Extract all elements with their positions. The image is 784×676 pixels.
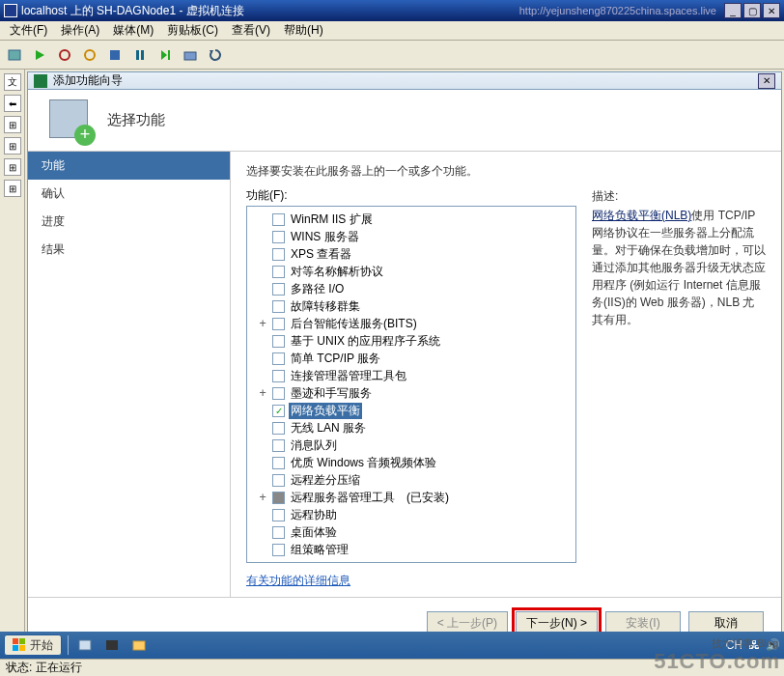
feature-checkbox[interactable] <box>272 300 285 313</box>
feature-label: 后台智能传送服务(BITS) <box>289 316 419 332</box>
feature-item[interactable]: 多路径 I/O <box>249 280 574 297</box>
nav-results[interactable]: 结果 <box>28 236 230 264</box>
strip-expand-icon[interactable]: ⊞ <box>4 137 21 155</box>
nav-confirm[interactable]: 确认 <box>28 180 230 208</box>
save-icon[interactable] <box>104 44 126 66</box>
feature-label: 墨迹和手写服务 <box>289 385 374 402</box>
vm-icon <box>4 4 17 17</box>
feature-item[interactable]: 消息队列 <box>249 437 574 454</box>
feature-item[interactable]: 远程协助 <box>249 506 574 523</box>
feature-checkbox[interactable] <box>272 439 285 452</box>
feature-checkbox[interactable] <box>272 248 285 261</box>
feature-item[interactable]: WinRM IIS 扩展 <box>249 211 574 228</box>
feature-checkbox[interactable] <box>272 509 285 521</box>
details-link[interactable]: 有关功能的详细信息 <box>246 574 350 587</box>
ctrl-alt-del-icon[interactable] <box>4 44 25 66</box>
feature-checkbox[interactable] <box>272 474 285 487</box>
expand-icon[interactable]: + <box>257 317 268 330</box>
snapshot-icon[interactable] <box>180 44 201 66</box>
strip-item[interactable]: 文 <box>4 73 21 91</box>
windows-logo-icon <box>13 638 26 652</box>
expand-icon[interactable]: + <box>257 386 268 400</box>
feature-item[interactable]: XPS 查看器 <box>249 245 574 263</box>
turnoff-icon[interactable] <box>54 44 75 66</box>
feature-checkbox[interactable] <box>272 405 285 417</box>
feature-checkbox[interactable] <box>272 231 285 243</box>
feature-checkbox[interactable] <box>272 335 285 348</box>
feature-item[interactable]: 基于 UNIX 的应用程序子系统 <box>249 332 574 350</box>
svg-rect-17 <box>133 641 145 650</box>
feature-item[interactable]: 组策略管理 <box>249 541 574 558</box>
svg-rect-4 <box>110 50 120 60</box>
description-link[interactable]: 网络负载平衡(NLB) <box>592 209 691 222</box>
feature-checkbox[interactable] <box>272 457 285 469</box>
feature-item[interactable]: +远程服务器管理工具 (已安装) <box>249 489 574 506</box>
feature-checkbox[interactable] <box>272 492 285 504</box>
feature-checkbox[interactable] <box>272 283 285 296</box>
menu-file[interactable]: 文件(F) <box>4 20 53 41</box>
expand-icon[interactable]: + <box>257 491 268 504</box>
instruction-text: 选择要安装在此服务器上的一个或多个功能。 <box>246 163 766 180</box>
feature-label: XPS 查看器 <box>289 246 353 263</box>
feature-checkbox[interactable] <box>272 422 285 435</box>
feature-item[interactable]: +墨迹和手写服务 <box>249 384 574 402</box>
nav-features[interactable]: 功能 <box>28 152 230 180</box>
feature-label: 远程服务器管理工具 (已安装) <box>289 490 451 506</box>
feature-item[interactable]: +后台智能传送服务(BITS) <box>249 315 574 332</box>
strip-expand-icon[interactable]: ⊞ <box>4 158 21 176</box>
start-vm-icon[interactable] <box>29 44 50 66</box>
feature-checkbox[interactable] <box>272 318 285 330</box>
feature-item[interactable]: 远程差分压缩 <box>249 471 574 489</box>
feature-item[interactable]: 桌面体验 <box>249 523 574 541</box>
svg-marker-1 <box>36 50 44 60</box>
feature-item[interactable]: 网络负载平衡 <box>249 402 574 419</box>
maximize-button[interactable]: ▢ <box>743 3 761 18</box>
wizard-close-button[interactable]: ✕ <box>758 73 775 89</box>
feature-item[interactable]: 连接管理器管理工具包 <box>249 367 574 384</box>
menu-clip[interactable]: 剪贴板(C) <box>161 20 224 41</box>
feature-item[interactable]: 故障转移群集 <box>249 297 574 315</box>
feature-item[interactable]: 简单 TCP/IP 服务 <box>249 350 574 367</box>
feature-checkbox[interactable] <box>272 352 285 365</box>
strip-expand-icon[interactable]: ⊞ <box>4 116 21 133</box>
taskbar-server-manager-icon[interactable] <box>74 634 96 656</box>
watermark: 51CTO.com <box>654 649 780 674</box>
features-label: 功能(F): <box>246 187 576 204</box>
shutdown-icon[interactable] <box>79 44 100 66</box>
feature-item[interactable]: 对等名称解析协议 <box>249 263 574 280</box>
feature-label: 多路径 I/O <box>289 281 346 297</box>
feature-checkbox[interactable] <box>272 370 285 382</box>
start-button[interactable]: 开始 <box>4 634 62 656</box>
start-label: 开始 <box>30 637 53 654</box>
close-button[interactable]: ✕ <box>763 3 780 18</box>
minimize-button[interactable]: _ <box>724 3 742 18</box>
feature-checkbox[interactable] <box>272 526 285 539</box>
feature-item[interactable]: 无线 LAN 服务 <box>249 419 574 437</box>
menu-action[interactable]: 操作(A) <box>55 20 105 41</box>
feature-label: WinRM IIS 扩展 <box>289 211 375 228</box>
feature-label: 无线 LAN 服务 <box>289 420 368 437</box>
feature-label: 基于 UNIX 的应用程序子系统 <box>289 333 442 350</box>
features-tree[interactable]: WinRM IIS 扩展WINS 服务器XPS 查看器对等名称解析协议多路径 I… <box>246 206 576 563</box>
reset-icon[interactable] <box>154 44 176 66</box>
feature-checkbox[interactable] <box>272 213 285 226</box>
revert-icon[interactable] <box>205 44 226 66</box>
feature-item[interactable]: 优质 Windows 音频视频体验 <box>249 454 574 471</box>
strip-back-icon[interactable]: ⬅ <box>4 95 21 112</box>
menu-help[interactable]: 帮助(H) <box>278 20 329 41</box>
strip-expand-icon[interactable]: ⊞ <box>4 180 21 197</box>
vm-titlebar: localhost 上的 SH-DAGNode1 - 虚拟机连接 http://… <box>0 0 784 21</box>
menu-media[interactable]: 媒体(M) <box>107 20 159 41</box>
svg-rect-12 <box>19 638 25 644</box>
taskbar-cmd-icon[interactable] <box>101 634 123 656</box>
nav-progress[interactable]: 进度 <box>28 208 230 236</box>
feature-item[interactable]: WINS 服务器 <box>249 228 574 245</box>
feature-label: 远程协助 <box>289 507 339 523</box>
menu-view[interactable]: 查看(V) <box>226 20 276 41</box>
pause-icon[interactable] <box>129 44 151 66</box>
feature-checkbox[interactable] <box>272 387 285 400</box>
feature-checkbox[interactable] <box>272 266 285 278</box>
svg-rect-14 <box>19 645 25 651</box>
taskbar-explorer-icon[interactable] <box>128 634 150 656</box>
feature-checkbox[interactable] <box>272 544 285 556</box>
